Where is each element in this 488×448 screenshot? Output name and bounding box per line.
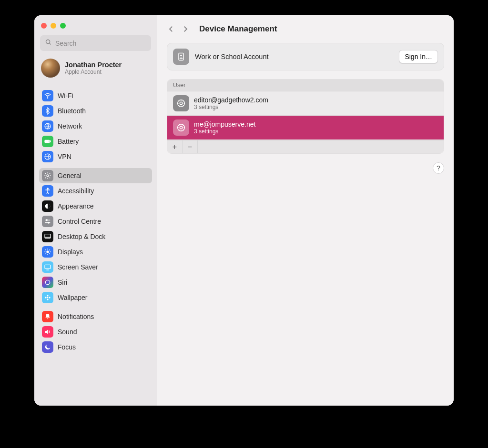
page-title: Device Management [199,24,277,34]
sliders-icon [42,216,53,227]
sidebar-item-label: Sound [58,328,77,336]
svg-point-14 [48,222,50,223]
sidebar-item-accessibility[interactable]: Accessibility [39,183,152,199]
sidebar-item-sound[interactable]: Sound [39,324,152,339]
user-table-footer: + − [167,140,444,153]
svg-rect-5 [50,141,51,142]
sun-icon [42,246,53,258]
topbar: Device Management [157,15,454,43]
sidebar-group-system: General Accessibility Appearance Control… [39,168,152,305]
help-button[interactable]: ? [433,162,444,174]
svg-rect-6 [45,141,49,142]
svg-point-17 [46,250,49,253]
user-row[interactable]: editor@gadgethow2.com 3 settings [167,91,444,116]
sidebar-item-label: Notifications [58,313,94,320]
sidebar-item-battery[interactable]: Battery [39,134,152,149]
svg-point-31 [47,299,48,300]
sidebar-item-label: Wallpaper [58,294,88,301]
sidebar-item-label: Bluetooth [58,107,86,115]
sidebar-item-label: Battery [58,138,79,145]
user-row[interactable]: me@jompuserve.net 3 settings [167,116,444,140]
svg-point-28 [45,280,50,284]
svg-line-1 [50,43,51,45]
settings-window: Jonathan Procter Apple Account Wi-Fi Blu… [34,15,454,406]
sidebar-item-label: Displays [58,248,83,256]
sidebar: Jonathan Procter Apple Account Wi-Fi Blu… [34,15,157,406]
accessibility-icon [42,185,53,197]
sidebar-item-label: Desktop & Dock [58,233,105,240]
sidebar-item-control-centre[interactable]: Control Centre [39,214,152,229]
sidebar-item-label: Wi-Fi [58,92,73,100]
svg-point-32 [45,297,46,298]
sidebar-item-label: General [58,172,81,179]
speaker-icon [42,326,53,338]
sidebar-item-screen-saver[interactable]: Screen Saver [39,259,152,275]
minimize-window-button[interactable] [51,23,56,29]
avatar [41,59,60,78]
flower-icon [42,292,53,303]
user-table-heading: User [167,80,444,91]
svg-rect-26 [45,265,51,269]
moon-icon [42,341,53,353]
sidebar-group-network: Wi-Fi Bluetooth Network Battery VPN [39,88,152,164]
svg-point-35 [180,55,182,57]
search-icon [45,39,52,48]
sidebar-item-label: Control Centre [58,218,101,225]
sidebar-item-displays[interactable]: Displays [39,244,152,259]
account-row[interactable]: Jonathan Procter Apple Account [39,57,152,84]
content: Work or School Account Sign In… User edi… [157,43,454,183]
svg-point-29 [47,297,49,299]
user-row-sub: 3 settings [194,128,255,135]
search-input[interactable] [55,40,146,47]
svg-line-24 [45,253,46,254]
sidebar-group-alerts: Notifications Sound Focus [39,309,152,355]
bluetooth-icon [42,105,53,117]
sign-in-button[interactable]: Sign In… [399,50,438,63]
sidebar-item-vpn[interactable]: VPN [39,149,152,164]
add-user-button[interactable]: + [167,140,183,154]
user-row-primary: me@jompuserve.net [194,120,255,128]
account-name: Jonathan Procter [65,61,122,69]
forward-button[interactable] [181,25,190,33]
svg-point-30 [47,295,48,296]
user-row-sub: 3 settings [194,104,268,110]
close-window-button[interactable] [41,23,47,29]
sidebar-item-bluetooth[interactable]: Bluetooth [39,103,152,119]
svg-point-12 [46,219,48,221]
sidebar-item-general[interactable]: General [39,168,152,183]
sidebar-item-label: VPN [58,153,71,160]
fullscreen-window-button[interactable] [60,23,66,29]
user-table: User editor@gadgethow2.com 3 settings [167,79,444,154]
account-sub: Apple Account [65,69,122,75]
sidebar-item-wifi[interactable]: Wi-Fi [39,88,152,103]
svg-point-8 [47,175,49,177]
svg-rect-34 [179,53,183,60]
window-controls [39,22,152,34]
sidebar-item-focus[interactable]: Focus [39,339,152,355]
dock-icon [42,231,53,242]
back-button[interactable] [167,25,175,33]
sidebar-item-siri[interactable]: Siri [39,275,152,290]
sidebar-item-label: Screen Saver [58,263,98,271]
sidebar-item-appearance[interactable]: Appearance [39,199,152,214]
badge-icon [173,49,189,65]
sidebar-item-wallpaper[interactable]: Wallpaper [39,290,152,305]
user-row-primary: editor@gadgethow2.com [194,96,268,104]
sidebar-item-network[interactable]: Network [39,119,152,134]
search-box[interactable] [40,35,151,51]
sidebar-item-label: Siri [58,279,67,286]
screensaver-icon [42,261,53,273]
battery-icon [42,136,53,147]
svg-line-22 [45,249,46,250]
globe-icon [42,120,53,132]
work-school-card: Work or School Account Sign In… [167,43,444,70]
gear-icon [42,170,53,181]
remove-user-button[interactable]: − [183,140,198,154]
sidebar-item-label: Focus [58,343,76,351]
svg-point-33 [49,297,50,298]
help-row: ? [167,162,444,174]
svg-point-39 [180,126,183,129]
sidebar-item-desktop-dock[interactable]: Desktop & Dock [39,229,152,244]
sidebar-item-notifications[interactable]: Notifications [39,309,152,324]
main-panel: Device Management Work or School Account… [157,15,454,406]
